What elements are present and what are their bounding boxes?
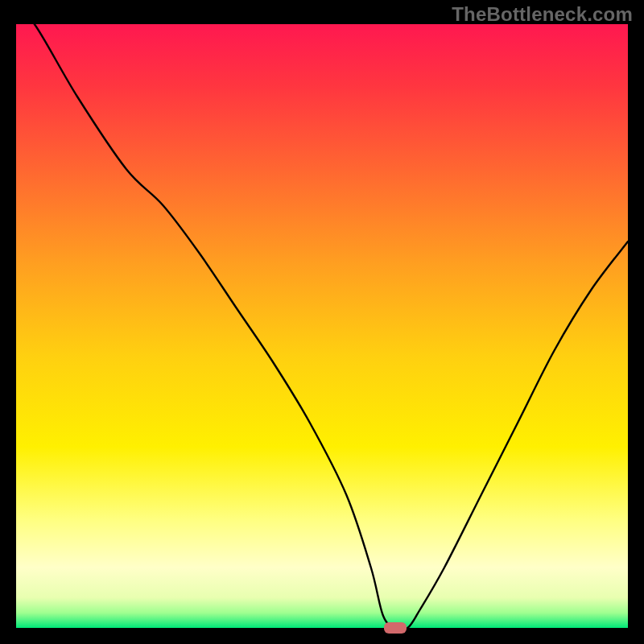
gradient-rect	[16, 24, 628, 628]
plot-area	[16, 24, 628, 628]
gradient-svg	[16, 24, 628, 628]
optimum-marker	[384, 622, 407, 634]
watermark-text: TheBottleneck.com	[452, 3, 633, 26]
chart-frame: TheBottleneck.com	[0, 0, 644, 644]
